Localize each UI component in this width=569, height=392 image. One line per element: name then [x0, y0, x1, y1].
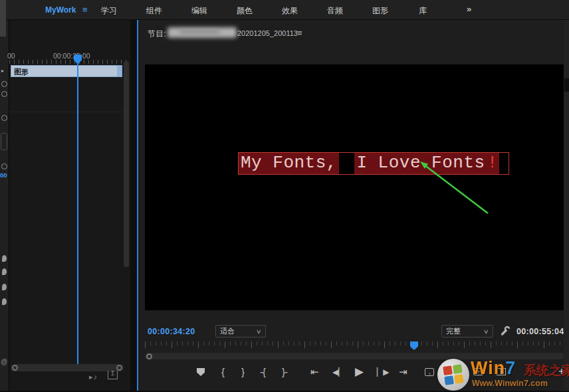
comparison-view-icon[interactable]	[497, 368, 506, 375]
timeline-playhead-line	[77, 64, 78, 364]
title-text-segment: My Fonts,	[239, 153, 339, 174]
track-toggle-icon[interactable]	[1, 163, 7, 169]
audio-track-icon[interactable]	[2, 298, 7, 305]
settings-wrench-icon[interactable]	[500, 326, 511, 336]
next-edit-button[interactable]: ⇥	[399, 366, 407, 378]
zoom-level-value: 适合	[220, 326, 235, 336]
program-label: 节目:	[148, 29, 166, 40]
goto-out-button[interactable]: }-	[282, 366, 287, 377]
graphics-clip[interactable]: 图形	[11, 65, 122, 77]
audio-scrub-icon[interactable]: ▸♪	[89, 373, 98, 381]
mark-in-button[interactable]: {	[221, 366, 225, 377]
tab-effects[interactable]: 效果	[282, 5, 298, 17]
track-toggle-icon[interactable]	[1, 81, 7, 87]
clip-end-cap	[117, 66, 122, 76]
premiere-window: MyWork ≡ 学习 组件 编辑 颜色 效果 音频 图形 库 » ▸ 00 @…	[0, 0, 569, 392]
ruler-time-label: 00:00:35:00	[53, 52, 90, 60]
tab-audio[interactable]: 音频	[327, 5, 343, 17]
prev-edit-button[interactable]: ⇤	[310, 366, 319, 378]
zoom-level-select[interactable]: 适合 ∨	[215, 325, 266, 338]
track-expander-icon[interactable]: ▸	[1, 68, 4, 74]
clip-label: 图形	[14, 67, 29, 77]
monitor-right-scrollbar[interactable]	[564, 20, 569, 392]
lift-icon[interactable]: ↑	[425, 368, 434, 376]
tab-color[interactable]: 颜色	[237, 5, 253, 17]
current-timecode[interactable]: 00:00:34:20	[148, 327, 195, 336]
text-cursor-gap	[499, 153, 509, 174]
monitor-right-scroll-notch	[564, 78, 569, 92]
track-meter-icon: @	[1, 358, 7, 365]
track-header-edge	[0, 20, 9, 392]
audio-track-icon[interactable]	[2, 268, 7, 275]
project-name-suffix: 20201205_200113	[237, 29, 298, 37]
tab-assembly[interactable]: 组件	[146, 5, 162, 17]
window-edge	[0, 0, 6, 37]
zoom-handle-left[interactable]	[12, 365, 18, 371]
timeline-horizontal-scrollbar[interactable]	[11, 364, 124, 371]
monitor-zoom-handle[interactable]	[146, 353, 152, 359]
tab-learn[interactable]: 学习	[101, 5, 117, 17]
selection-gap	[339, 153, 354, 174]
program-video-frame[interactable]: My Fonts, I Love Fonts !	[145, 64, 564, 310]
export-icon[interactable]: ↥	[108, 371, 118, 379]
step-back-button[interactable]: ◀▏	[332, 367, 344, 377]
resolution-value: 完整	[446, 326, 461, 336]
green-arrow-annotation	[412, 156, 495, 217]
audio-track-icon[interactable]	[2, 284, 7, 290]
timeline-timecode-partial: 00	[0, 171, 7, 179]
play-button[interactable]: ▶	[355, 365, 364, 379]
playback-resolution-select[interactable]: 完整 ∨	[441, 325, 493, 338]
track-toggle-icon[interactable]	[1, 115, 7, 121]
step-forward-button[interactable]: ▏▶	[377, 367, 389, 377]
track-button[interactable]	[1, 133, 7, 150]
panel-divider[interactable]	[130, 20, 137, 392]
zoom-handle-right[interactable]	[116, 365, 122, 371]
extract-icon[interactable]: ↓	[450, 368, 459, 376]
chevron-down-icon: ∨	[256, 328, 262, 335]
tab-graphics[interactable]: 图形	[372, 5, 388, 17]
panel-focus-border	[137, 20, 138, 392]
tab-overflow-icon[interactable]: »	[467, 4, 470, 14]
track-divider	[9, 112, 129, 112]
project-name-redacted-smudge	[179, 30, 219, 34]
audio-track-icon[interactable]	[2, 255, 7, 262]
timeline-vertical-scrollbar[interactable]	[124, 61, 129, 267]
panel-menu-icon[interactable]: ≡	[297, 28, 302, 38]
monitor-scrubber[interactable]	[145, 342, 564, 351]
export-frame-icon[interactable]	[473, 368, 483, 375]
goto-in-button[interactable]: -{	[260, 366, 265, 377]
workspace-label[interactable]: MyWork	[45, 5, 76, 15]
workspace-menu-icon[interactable]: ≡	[82, 5, 88, 15]
chevron-down-icon: ∨	[483, 328, 489, 335]
tab-editing[interactable]: 编辑	[191, 5, 207, 17]
timeline-ruler[interactable]	[9, 60, 129, 64]
monitor-zoom-bar[interactable]	[145, 353, 564, 359]
ruler-tick-label: 00	[7, 52, 15, 60]
sequence-duration: 00:00:55:04	[516, 327, 564, 336]
tab-libraries[interactable]: 库	[419, 5, 427, 17]
track-toggle-icon[interactable]	[1, 91, 7, 97]
mark-out-button[interactable]: }	[241, 366, 245, 377]
